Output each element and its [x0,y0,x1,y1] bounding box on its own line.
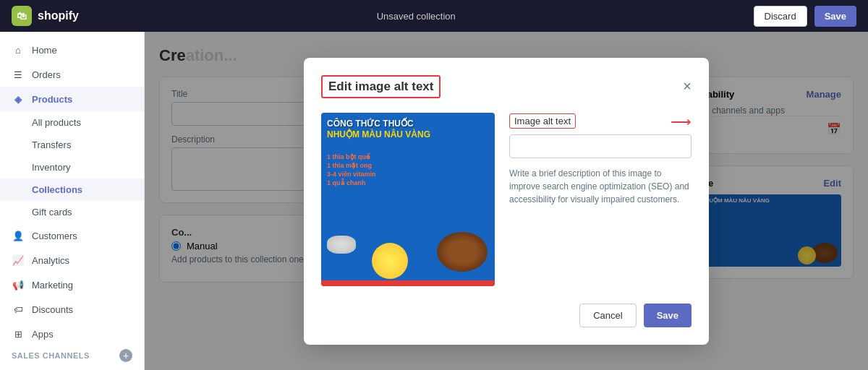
modal-footer: Cancel Save [321,304,692,327]
sidebar: ⌂ Home ☰ Orders ◈ Products All products … [0,32,145,370]
sidebar-item-customers[interactable]: 👤 Customers [0,223,144,248]
sidebar-label-analytics: Analytics [32,255,69,266]
sidebar-label-collections: Collections [32,184,82,195]
orders-icon: ☰ [12,68,25,81]
sidebar-item-inventory[interactable]: Inventory [0,156,144,178]
modal-header: Edit image alt text × [321,75,692,98]
recipe-image: CÔNG THỨC THUỐC NHUỘM MÀU NÂU VÀNG 1 thì… [321,113,495,286]
sidebar-item-home[interactable]: ⌂ Home [0,38,144,62]
save-alt-text-button[interactable]: Save [644,304,692,327]
cancel-button[interactable]: Cancel [579,304,636,327]
sidebar-item-gift-cards[interactable]: Gift cards [0,201,144,223]
sidebar-item-products[interactable]: ◈ Products [0,87,144,111]
sales-channels-label: SALES CHANNELS [12,351,90,360]
sidebar-label-customers: Customers [32,231,77,241]
analytics-icon: 📈 [12,254,25,267]
shopify-bag-icon: 🛍 [12,6,32,26]
sidebar-label-apps: Apps [32,329,54,340]
sidebar-label-discounts: Discounts [32,304,73,315]
vitamin-decoration [327,236,356,254]
customers-icon: 👤 [12,229,25,242]
main-layout: ⌂ Home ☰ Orders ◈ Products All products … [0,32,868,370]
home-icon: ⌂ [12,43,25,56]
sidebar-label-marketing: Marketing [32,280,73,291]
edit-alt-text-modal: Edit image alt text × CÔNG THỨC THUỐC NH… [304,58,709,345]
sidebar-label-inventory: Inventory [32,162,70,173]
field-label: Image alt text [509,113,576,129]
recipe-item-2: 1 thìa mật ong [327,162,376,169]
shopify-wordmark: shopify [38,9,79,22]
topbar-left: 🛍 shopify [12,6,79,26]
discounts-icon: 🏷 [12,303,25,316]
sidebar-item-transfers[interactable]: Transfers [0,134,144,156]
bottom-bar [321,280,495,286]
modal-body: CÔNG THỨC THUỐC NHUỘM MÀU NÂU VÀNG 1 thì… [321,113,692,286]
sales-channels-section: SALES CHANNELS + [0,346,144,365]
modal-description: Write a brief description of this image … [509,167,692,206]
recipe-title-line1: CÔNG THỨC THUỐC [327,119,489,130]
field-label-row: Image alt text ⟶ [509,113,692,130]
discard-button[interactable]: Discard [754,6,807,27]
modal-title: Edit image alt text [321,75,441,98]
recipe-item-1: 1 thìa bột quế [327,153,376,160]
lemon-decoration [372,243,408,279]
page-content: Creation... Title Description Co... Manu… [145,32,868,370]
sidebar-label-gift-cards: Gift cards [32,207,72,218]
shopify-logo: 🛍 shopify [12,6,79,26]
sidebar-item-apps[interactable]: ⊞ Apps [0,322,144,346]
spice-decoration [437,232,488,272]
sidebar-label-products: Products [32,94,72,105]
sidebar-item-analytics[interactable]: 📈 Analytics [0,248,144,272]
recipe-item-3: 3-4 viên vitamin [327,171,376,178]
add-sales-channel-button[interactable]: + [119,349,132,362]
sidebar-item-orders[interactable]: ☰ Orders [0,62,144,87]
recipe-item-4: 1 quả chanh [327,179,376,186]
topbar-actions: Discard Save [754,6,856,27]
sidebar-item-discounts[interactable]: 🏷 Discounts [0,297,144,322]
sidebar-label-home: Home [32,45,57,56]
recipe-title-line2: NHUỘM MÀU NÂU VÀNG [327,129,489,141]
sidebar-label-transfers: Transfers [32,139,71,150]
recipe-items-list: 1 thìa bột quế 1 thìa mật ong 3-4 viên v… [327,153,376,186]
apps-icon: ⊞ [12,327,25,340]
arrow-icon: ⟶ [671,113,692,130]
sidebar-label-all-products: All products [32,117,81,128]
modal-overlay: Edit image alt text × CÔNG THỨC THUỐC NH… [145,32,868,370]
products-icon: ◈ [12,92,25,106]
sidebar-item-online-store[interactable]: 🌐 Online Store [0,365,144,370]
sidebar-item-marketing[interactable]: 📢 Marketing [0,272,144,297]
sidebar-item-all-products[interactable]: All products [0,111,144,134]
topbar-page-name: Unsaved collection [377,11,456,22]
modal-form: Image alt text ⟶ Write a brief descripti… [509,113,692,286]
marketing-icon: 📢 [12,278,25,291]
sidebar-label-orders: Orders [32,69,61,80]
recipe-title-block: CÔNG THỨC THUỐC NHUỘM MÀU NÂU VÀNG [327,119,489,141]
modal-close-button[interactable]: × [683,78,692,95]
sidebar-item-collections[interactable]: Collections [0,178,144,201]
alt-text-input[interactable] [509,134,692,158]
topbar: 🛍 shopify Unsaved collection Discard Sav… [0,0,868,32]
save-button-top[interactable]: Save [814,6,856,27]
